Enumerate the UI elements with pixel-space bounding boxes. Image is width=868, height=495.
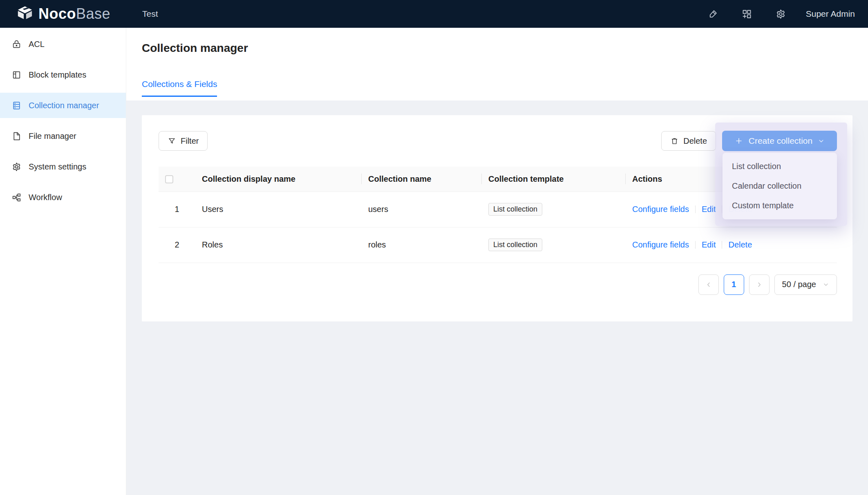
main-content: Collection manager Collections & Fields … xyxy=(126,28,868,495)
sidebar-item-system-settings[interactable]: System settings xyxy=(0,154,126,179)
plugin-add-icon[interactable] xyxy=(741,9,752,20)
chevron-left-icon xyxy=(705,281,712,288)
user-menu[interactable]: Super Admin xyxy=(806,9,855,19)
tab-collections-fields[interactable]: Collections & Fields xyxy=(142,79,217,97)
header-nav: Test xyxy=(140,9,161,19)
delete-button-label: Delete xyxy=(683,136,707,146)
menu-item-list-collection[interactable]: List collection xyxy=(723,156,837,176)
pagination: 1 50 / page xyxy=(159,274,837,295)
plus-icon xyxy=(734,136,743,145)
cell-collection-name: users xyxy=(362,192,482,227)
trash-icon xyxy=(670,137,679,145)
row-index: 1 xyxy=(159,192,195,227)
sidebar-item-file-manager[interactable]: File manager xyxy=(0,123,126,149)
next-page-button[interactable] xyxy=(749,274,770,295)
filter-icon xyxy=(168,137,176,145)
table-toolbar: Filter Delete Create collection xyxy=(159,131,837,151)
chevron-right-icon xyxy=(756,281,763,288)
cell-display-name: Roles xyxy=(195,227,362,263)
highlighter-icon[interactable] xyxy=(707,9,718,20)
page-title: Collection manager xyxy=(142,42,852,55)
sidebar-item-label: Workflow xyxy=(29,193,62,202)
page-size-value: 50 / page xyxy=(782,280,816,289)
create-collection-menu: List collection Calendar collection Cust… xyxy=(723,153,837,219)
delete-link[interactable]: Delete xyxy=(728,240,752,250)
row-actions: Configure fields Edit Delete xyxy=(632,240,830,250)
sidebar-item-collection-manager[interactable]: Collection manager xyxy=(0,93,126,118)
delete-button[interactable]: Delete xyxy=(661,131,716,151)
configure-fields-link[interactable]: Configure fields xyxy=(632,205,689,214)
gear-icon xyxy=(11,162,22,172)
page-size-select[interactable]: 50 / page xyxy=(774,274,837,295)
edit-link[interactable]: Edit xyxy=(702,240,716,250)
sidebar-item-acl[interactable]: ACL xyxy=(0,31,126,57)
workflow-icon xyxy=(11,192,22,203)
settings-icon[interactable] xyxy=(775,9,786,20)
divider xyxy=(695,241,696,249)
collections-card: Filter Delete Create collection xyxy=(142,115,852,321)
create-collection-label: Create collection xyxy=(749,136,812,146)
divider xyxy=(722,241,722,249)
sidebar-item-label: File manager xyxy=(29,132,76,141)
chevron-down-icon xyxy=(823,281,829,288)
prev-page-button[interactable] xyxy=(698,274,719,295)
create-collection-button[interactable]: Create collection xyxy=(722,131,837,151)
page-header: Collection manager Collections & Fields xyxy=(126,28,868,100)
brand-text: NocoBase xyxy=(38,5,110,22)
toolbar-right-group: Delete Create collection xyxy=(661,131,837,151)
brand-light: Base xyxy=(76,5,110,22)
column-header-display-name: Collection display name xyxy=(195,167,362,192)
sidebar-item-workflow[interactable]: Workflow xyxy=(0,185,126,210)
select-all-checkbox[interactable] xyxy=(165,175,173,183)
configure-fields-link[interactable]: Configure fields xyxy=(632,240,689,250)
divider xyxy=(695,205,696,213)
menu-item-custom-template[interactable]: Custom template xyxy=(723,196,837,215)
database-icon xyxy=(11,100,22,111)
nocobase-logo-icon xyxy=(16,6,34,22)
header-actions: Super Admin xyxy=(707,9,868,20)
sidebar-item-label: Collection manager xyxy=(29,101,99,110)
template-tag: List collection xyxy=(488,203,542,216)
row-index: 2 xyxy=(159,227,195,263)
brand[interactable]: NocoBase xyxy=(0,5,126,22)
lock-icon xyxy=(11,39,22,49)
brand-bold: Noco xyxy=(38,5,76,22)
template-tag: List collection xyxy=(488,239,542,251)
column-header-template: Collection template xyxy=(482,167,626,192)
sidebar-item-block-templates[interactable]: Block templates xyxy=(0,62,126,87)
table-row: 2 Roles roles List collection Configure … xyxy=(159,227,837,263)
menu-item-calendar-collection[interactable]: Calendar collection xyxy=(723,176,837,196)
nav-item-test[interactable]: Test xyxy=(140,9,161,19)
edit-link[interactable]: Edit xyxy=(702,205,716,214)
layout-icon xyxy=(11,70,22,80)
app-header: NocoBase Test Super Admin xyxy=(0,0,868,28)
sidebar-item-label: Block templates xyxy=(29,70,86,80)
page-number-1[interactable]: 1 xyxy=(724,274,744,295)
sidebar-item-label: ACL xyxy=(29,40,45,49)
cell-display-name: Users xyxy=(195,192,362,227)
column-header-collection-name: Collection name xyxy=(362,167,482,192)
tab-bar: Collections & Fields xyxy=(142,79,852,97)
file-icon xyxy=(11,131,22,141)
filter-button[interactable]: Filter xyxy=(159,131,208,151)
settings-sidebar: ACL Block templates Collection manager F… xyxy=(0,28,126,495)
sidebar-item-label: System settings xyxy=(29,162,86,172)
filter-button-label: Filter xyxy=(181,136,199,146)
cell-collection-name: roles xyxy=(362,227,482,263)
chevron-down-icon xyxy=(818,138,825,145)
